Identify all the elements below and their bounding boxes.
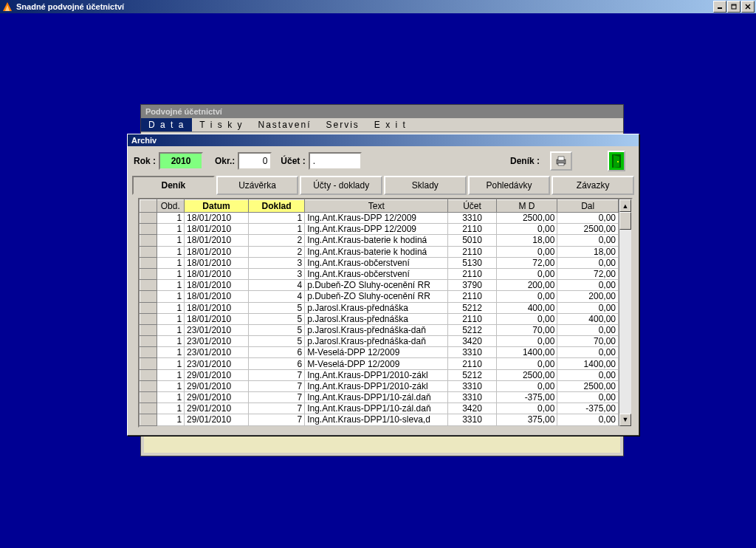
row-selector[interactable] [140, 291, 157, 302]
cell-obd[interactable]: 1 [157, 257, 185, 268]
scroll-thumb[interactable] [619, 212, 631, 230]
cell-obd[interactable]: 1 [157, 291, 185, 302]
table-row[interactable]: 129/01/20107Ing.Ant.Kraus-DPP1/10-zál.da… [140, 392, 619, 403]
cell-doklad[interactable]: 7 [248, 392, 304, 403]
menu-data[interactable]: D a t a [141, 118, 192, 131]
cell-doklad[interactable]: 7 [248, 380, 304, 391]
cell-obd[interactable]: 1 [157, 268, 185, 279]
table-row[interactable]: 118/01/20105p.Jarosl.Kraus-přednáška5212… [140, 302, 619, 313]
cell-doklad[interactable]: 2 [248, 246, 304, 257]
cell-obd[interactable]: 1 [157, 280, 185, 291]
table-row[interactable]: 118/01/20102Ing.Ant.Kraus-baterie k hodi… [140, 235, 619, 246]
cell-datum[interactable]: 29/01/2010 [185, 380, 249, 391]
cell-datum[interactable]: 29/01/2010 [185, 414, 249, 425]
cell-text[interactable]: Ing.Ant.Kraus-DPP1/2010-zákl [305, 380, 448, 391]
cell-ucet[interactable]: 3790 [448, 280, 496, 291]
cell-dal[interactable]: 2500,00 [557, 224, 619, 235]
cell-obd[interactable]: 1 [157, 224, 185, 235]
cell-md[interactable]: 400,00 [496, 302, 557, 313]
cell-text[interactable]: Ing.Ant.Kraus-občerstvení [305, 257, 448, 268]
cell-doklad[interactable]: 2 [248, 235, 304, 246]
cell-text[interactable]: Ing.Ant.Kraus-DPP 12/2009 [305, 224, 448, 235]
row-selector[interactable] [140, 302, 157, 313]
cell-dal[interactable]: 70,00 [557, 336, 619, 347]
cell-md[interactable]: 0,00 [496, 268, 557, 279]
cell-text[interactable]: Ing.Ant.Kraus-DPP1/10-sleva,d [305, 414, 448, 425]
row-selector[interactable] [140, 414, 157, 425]
table-row[interactable]: 118/01/20104p.Dubeň-ZO Sluhy-ocenění RR2… [140, 291, 619, 302]
table-row[interactable]: 123/01/20106M-Veselá-DPP 12/200921100,00… [140, 358, 619, 369]
cell-text[interactable]: Ing.Ant.Kraus-DPP1/10-zál.daň [305, 392, 448, 403]
cell-dal[interactable]: 2500,00 [557, 380, 619, 391]
cell-dal[interactable]: 0,00 [557, 347, 619, 358]
row-selector[interactable] [140, 392, 157, 403]
cell-ucet[interactable]: 3310 [448, 213, 496, 224]
minimize-button[interactable] [713, 1, 726, 13]
cell-md[interactable]: -375,00 [496, 392, 557, 403]
row-selector[interactable] [140, 369, 157, 380]
menu-tisky[interactable]: T i s k y [192, 118, 250, 131]
row-selector[interactable] [140, 268, 157, 279]
cell-dal[interactable]: 0,00 [557, 302, 619, 313]
cell-ucet[interactable]: 3420 [448, 403, 496, 414]
cell-doklad[interactable]: 5 [248, 324, 304, 335]
tab-uzaverka[interactable]: Uzávěrka [216, 176, 299, 195]
cell-datum[interactable]: 18/01/2010 [185, 235, 249, 246]
cell-obd[interactable]: 1 [157, 324, 185, 335]
cell-dal[interactable]: 1400,00 [557, 358, 619, 369]
cell-md[interactable]: 0,00 [496, 246, 557, 257]
row-selector[interactable] [140, 336, 157, 347]
cell-md[interactable]: 0,00 [496, 358, 557, 369]
cell-datum[interactable]: 23/01/2010 [185, 358, 249, 369]
cell-dal[interactable]: 0,00 [557, 235, 619, 246]
row-selector[interactable] [140, 213, 157, 224]
tab-pohledavky[interactable]: Pohledávky [468, 176, 551, 195]
cell-md[interactable]: 70,00 [496, 324, 557, 335]
cell-text[interactable]: Ing.Ant.Kraus-baterie k hodiná [305, 235, 448, 246]
menu-exit[interactable]: E x i t [367, 118, 414, 131]
cell-datum[interactable]: 18/01/2010 [185, 246, 249, 257]
cell-obd[interactable]: 1 [157, 392, 185, 403]
cell-datum[interactable]: 23/01/2010 [185, 336, 249, 347]
cell-datum[interactable]: 18/01/2010 [185, 224, 249, 235]
cell-dal[interactable]: 18,00 [557, 246, 619, 257]
cell-ucet[interactable]: 5130 [448, 257, 496, 268]
table-row[interactable]: 129/01/20107Ing.Ant.Kraus-DPP1/2010-zákl… [140, 380, 619, 391]
cell-doklad[interactable]: 6 [248, 347, 304, 358]
table-row[interactable]: 118/01/20105p.Jarosl.Kraus-přednáška2110… [140, 313, 619, 324]
cell-md[interactable]: 0,00 [496, 336, 557, 347]
cell-obd[interactable]: 1 [157, 403, 185, 414]
cell-ucet[interactable]: 2110 [448, 291, 496, 302]
cell-obd[interactable]: 1 [157, 213, 185, 224]
close-button[interactable] [741, 1, 755, 13]
cell-text[interactable]: Ing.Ant.Kraus-baterie k hodiná [305, 246, 448, 257]
cell-datum[interactable]: 18/01/2010 [185, 291, 249, 302]
cell-ucet[interactable]: 3310 [448, 380, 496, 391]
maximize-button[interactable] [727, 1, 740, 13]
cell-md[interactable]: 18,00 [496, 235, 557, 246]
table-row[interactable]: 129/01/20107Ing.Ant.Kraus-DPP1/2010-zákl… [140, 369, 619, 380]
scroll-up-button[interactable]: ▲ [619, 199, 631, 212]
cell-datum[interactable]: 18/01/2010 [185, 302, 249, 313]
cell-obd[interactable]: 1 [157, 414, 185, 425]
cell-datum[interactable]: 29/01/2010 [185, 369, 249, 380]
row-selector[interactable] [140, 280, 157, 291]
cell-text[interactable]: Ing.Ant.Kraus-občerstvení [305, 268, 448, 279]
cell-dal[interactable]: 0,00 [557, 324, 619, 335]
cell-obd[interactable]: 1 [157, 358, 185, 369]
table-row[interactable]: 118/01/20101Ing.Ant.Kraus-DPP 12/2009211… [140, 224, 619, 235]
cell-obd[interactable]: 1 [157, 246, 185, 257]
row-selector[interactable] [140, 246, 157, 257]
cell-doklad[interactable]: 1 [248, 213, 304, 224]
cell-doklad[interactable]: 5 [248, 313, 304, 324]
table-row[interactable]: 129/01/20107Ing.Ant.Kraus-DPP1/10-sleva,… [140, 414, 619, 425]
table-row[interactable]: 123/01/20106M-Veselá-DPP 12/200933101400… [140, 347, 619, 358]
cell-ucet[interactable]: 3310 [448, 392, 496, 403]
cell-dal[interactable]: 200,00 [557, 291, 619, 302]
cell-datum[interactable]: 18/01/2010 [185, 257, 249, 268]
cell-dal[interactable]: 0,00 [557, 369, 619, 380]
cell-datum[interactable]: 18/01/2010 [185, 313, 249, 324]
cell-doklad[interactable]: 4 [248, 291, 304, 302]
cell-datum[interactable]: 18/01/2010 [185, 213, 249, 224]
row-selector[interactable] [140, 403, 157, 414]
